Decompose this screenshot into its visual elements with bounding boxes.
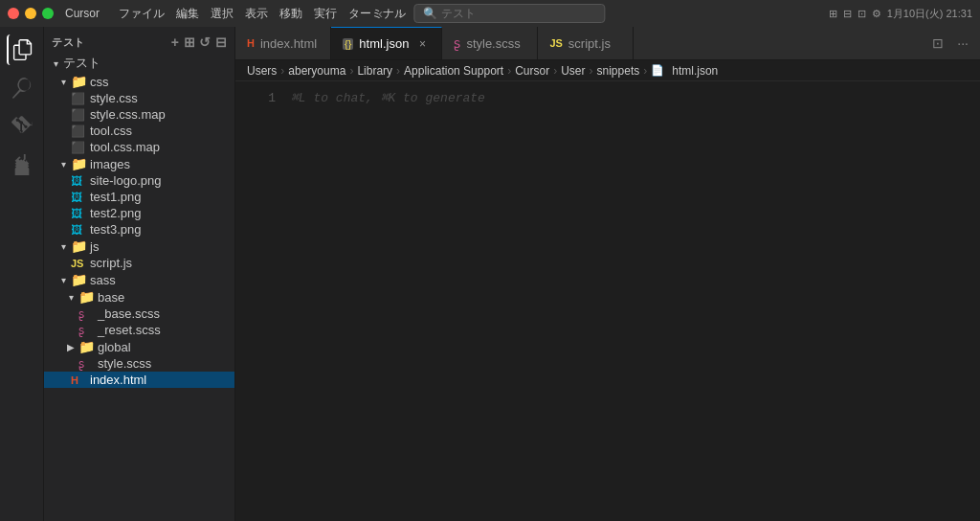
back-button[interactable]: ‹ [374, 4, 387, 23]
tree-item-sass[interactable]: ▾ 📁 sass [44, 271, 234, 288]
tree-item-site-logo[interactable]: 🖼 site-logo.png [44, 172, 234, 189]
tree-item-base-scss[interactable]: ʂ _base.scss [44, 306, 234, 322]
tree-item-style-css-map[interactable]: ⬛ style.css.map [44, 106, 234, 123]
tab-close-button[interactable]: × [414, 36, 430, 52]
tree-item-test1[interactable]: 🖼 test1.png [44, 189, 234, 205]
tab-index-html[interactable]: H index.html [235, 27, 331, 59]
tree-arrow-images: ▾ [56, 159, 71, 170]
activity-bar [0, 27, 44, 521]
sep5: › [553, 64, 557, 78]
tab-script-js-label: script.js [568, 36, 611, 51]
js-folder-icon: 📁 [71, 238, 86, 254]
breadcrumb-user[interactable]: User [561, 64, 585, 78]
tree-item-images[interactable]: ▾ 📁 images [44, 155, 234, 172]
sass-label: sass [90, 273, 116, 287]
sep2: › [349, 64, 353, 78]
search-bar[interactable]: 🔍 [414, 4, 606, 23]
tree-root[interactable]: ▾ テスト [44, 54, 234, 73]
menu-edit[interactable]: 編集 [176, 6, 199, 22]
tree-item-test2[interactable]: 🖼 test2.png [44, 205, 234, 221]
tree-item-reset-scss[interactable]: ʂ _reset.scss [44, 322, 234, 338]
tree-item-style-css[interactable]: ⬛ style.css [44, 90, 234, 106]
tree-item-style-scss[interactable]: ʂ style.scss [44, 355, 234, 372]
breadcrumb: Users › aberyouma › Library › Applicatio… [235, 60, 980, 81]
index-html-label: index.html [90, 373, 146, 387]
tree-item-script-js[interactable]: JS script.js [44, 255, 234, 271]
git-icon[interactable] [7, 111, 37, 142]
editor-text[interactable]: ⌘L to chat, ⌘K to generate [283, 81, 970, 521]
menu-file[interactable]: ファイル [119, 6, 165, 22]
refresh-icon[interactable]: ↺ [199, 34, 212, 50]
more-actions-button[interactable]: ··· [953, 34, 972, 53]
search-input[interactable] [441, 7, 585, 20]
tab-html-icon: H [247, 37, 255, 49]
split-editor-button[interactable]: ⊡ [928, 34, 947, 53]
breadcrumb-snippets[interactable]: snippets [597, 64, 640, 78]
tree-item-js[interactable]: ▾ 📁 js [44, 238, 234, 255]
editor-content[interactable]: 1 ⌘L to chat, ⌘K to generate [235, 81, 980, 521]
tab-html-json[interactable]: {} html.json × [331, 27, 442, 59]
tree-item-base[interactable]: ▾ 📁 base [44, 288, 234, 306]
tree-arrow-sass: ▾ [56, 275, 71, 285]
tree-item-tool-css-map[interactable]: ⬛ tool.css.map [44, 139, 234, 155]
test1-icon: 🖼 [71, 191, 86, 204]
line-number-1: 1 [235, 89, 276, 107]
extensions-icon[interactable] [7, 149, 37, 180]
tool-css-icon: ⬛ [71, 125, 86, 138]
tree-arrow-root: ▾ [48, 58, 63, 69]
menu-go[interactable]: 移動 [279, 6, 302, 22]
breadcrumb-library[interactable]: Library [357, 64, 392, 78]
sep3: › [396, 64, 400, 78]
scrollbar[interactable] [970, 81, 980, 521]
test2-label: test2.png [90, 206, 142, 220]
forward-button[interactable]: › [394, 4, 407, 23]
breadcrumb-file-icon: 📄 [651, 64, 664, 77]
tree-item-css[interactable]: ▾ 📁 css [44, 73, 234, 90]
app-name: Cursor [65, 7, 100, 20]
reset-scss-label: _reset.scss [98, 323, 161, 337]
tab-scss-icon: ʂ [454, 35, 460, 51]
maximize-button[interactable] [42, 8, 54, 19]
base-label: base [98, 290, 124, 305]
tree-item-index-html[interactable]: ▶ H index.html [44, 372, 234, 388]
menu-select[interactable]: 選択 [211, 6, 234, 22]
search-activity-icon[interactable] [7, 73, 37, 103]
images-label: images [90, 157, 130, 171]
menu-view[interactable]: 表示 [245, 6, 268, 22]
tree-arrow-global: ▶ [63, 342, 78, 352]
tab-style-scss[interactable]: ʂ style.scss [442, 27, 538, 59]
collapse-icon[interactable]: ⊟ [215, 34, 228, 50]
breadcrumb-app-support[interactable]: Application Support [404, 64, 503, 78]
reset-scss-icon: ʂ [78, 324, 94, 337]
panel-icon[interactable]: ⊡ [858, 8, 866, 20]
tree-item-test3[interactable]: 🖼 test3.png [44, 221, 234, 238]
new-folder-icon[interactable]: ⊞ [184, 34, 196, 50]
close-button[interactable] [8, 8, 19, 19]
menu-run[interactable]: 実行 [314, 6, 337, 22]
titlebar: Cursor ファイル 編集 選択 表示 移動 実行 ターミナル ウィンドウ ヘ… [0, 0, 980, 27]
minimize-button[interactable] [25, 8, 36, 19]
tool-css-map-icon: ⬛ [71, 141, 86, 154]
sidebar-actions: + ⊞ ↺ ⊟ [171, 34, 227, 50]
layout-icon[interactable]: ⊞ [829, 8, 837, 20]
breadcrumb-aberyouma[interactable]: aberyouma [288, 64, 345, 78]
split-icon[interactable]: ⊟ [843, 8, 852, 20]
tree-item-global[interactable]: ▶ 📁 global [44, 338, 234, 355]
breadcrumb-html-json[interactable]: html.json [672, 64, 718, 78]
breadcrumb-cursor[interactable]: Cursor [515, 64, 549, 78]
sep7: › [643, 64, 647, 78]
breadcrumb-users[interactable]: Users [247, 64, 277, 78]
explorer-icon[interactable] [7, 34, 37, 65]
tree-item-tool-css[interactable]: ⬛ tool.css [44, 123, 234, 139]
tool-css-map-label: tool.css.map [90, 140, 160, 154]
js-icon: JS [71, 258, 86, 269]
tab-bar: H index.html {} html.json × ʂ style.scss… [235, 27, 980, 60]
style-css-label: style.css [90, 91, 138, 105]
tab-html-json-label: html.json [359, 36, 409, 51]
tab-script-js[interactable]: JS script.js [538, 27, 634, 59]
style-scss-label: style.scss [98, 356, 151, 371]
root-label: テスト [63, 55, 100, 72]
new-file-icon[interactable]: + [171, 34, 180, 50]
settings-icon[interactable]: ⚙ [872, 8, 881, 20]
script-js-label: script.js [90, 256, 132, 270]
